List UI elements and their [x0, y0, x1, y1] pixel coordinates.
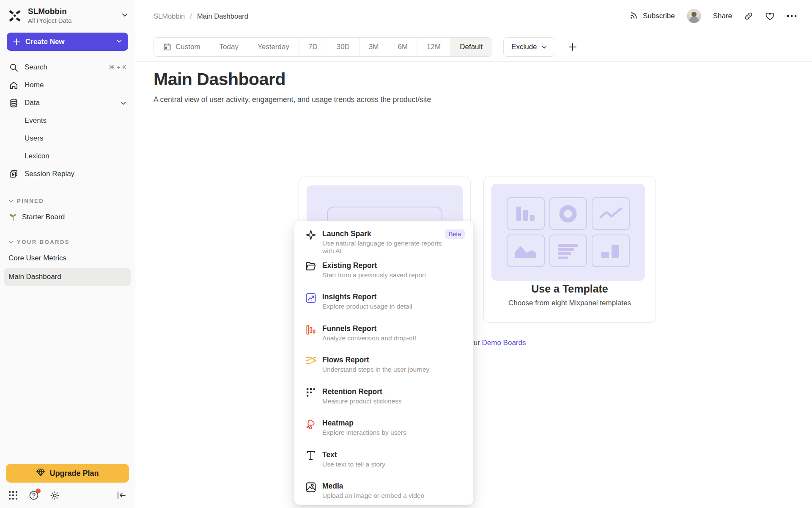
- popover-item-retention-report[interactable]: Retention ReportMeasure product stickine…: [294, 384, 473, 416]
- board-label: Starter Board: [22, 213, 65, 221]
- sidebar-item-lexicon[interactable]: Lexicon: [3, 147, 132, 165]
- date-tab-label: Default: [460, 43, 483, 51]
- date-tab-default[interactable]: Default: [450, 38, 492, 56]
- section-header-pinned[interactable]: PINNED: [0, 192, 135, 207]
- mixpanel-dashboard-page: SLMobbin All Project Data Create New Sea…: [0, 0, 812, 508]
- text-icon: [304, 450, 317, 461]
- date-tab-yesterday[interactable]: Yesterday: [248, 38, 299, 56]
- database-icon: [8, 99, 19, 108]
- settings-gear-icon[interactable]: [50, 491, 60, 500]
- sidebar-item-label: Session Replay: [25, 170, 74, 178]
- sidebar-item-data[interactable]: Data: [3, 94, 132, 112]
- date-tab-label: 7D: [308, 43, 318, 51]
- sidebar-item-label: Home: [25, 81, 44, 89]
- sidebar-footer: Upgrade Plan: [0, 464, 135, 508]
- popover-item-subtitle: Start from a previously saved report: [322, 271, 465, 279]
- add-item-popover: Launch SparkUse natural language to gene…: [294, 221, 474, 505]
- popover-item-title: Existing Report: [322, 260, 465, 271]
- section-header-your-boards[interactable]: YOUR BOARDS: [0, 233, 135, 248]
- breadcrumb-project[interactable]: SLMobbin: [154, 12, 185, 20]
- collapse-sidebar-icon[interactable]: [116, 491, 126, 500]
- home-icon: [8, 81, 19, 90]
- demo-boards-link[interactable]: Demo Boards: [482, 339, 526, 347]
- popover-item-text[interactable]: TextUse text to tell a story: [294, 447, 473, 479]
- sidebar-item-events[interactable]: Events: [3, 112, 132, 130]
- project-switcher[interactable]: SLMobbin All Project Data: [0, 0, 135, 28]
- add-filter-button[interactable]: [568, 42, 577, 52]
- upgrade-plan-button[interactable]: Upgrade Plan: [6, 464, 129, 483]
- mixpanel-logo-icon: [7, 8, 23, 24]
- popover-item-existing-report[interactable]: Existing ReportStart from a previously s…: [294, 258, 473, 290]
- exclude-label: Exclude: [511, 43, 537, 51]
- sidebar-board-main-dashboard[interactable]: Main Dashboard: [4, 268, 131, 286]
- seedling-icon: [8, 213, 18, 221]
- more-options-icon[interactable]: [787, 15, 797, 17]
- sidebar-item-users[interactable]: Users: [3, 130, 132, 147]
- template-card-subtitle: Choose from eight Mixpanel templates: [484, 299, 656, 307]
- page-title: Main Dashboard: [154, 69, 431, 89]
- popover-item-subtitle: Use natural language to generate reports…: [322, 240, 445, 255]
- breadcrumb-page[interactable]: Main Dashboard: [197, 12, 248, 20]
- sidebar-item-label: Data: [25, 99, 40, 107]
- beta-badge: Beta: [445, 229, 465, 239]
- date-tab-label: 3M: [369, 43, 379, 51]
- popover-item-title: Insights Report: [322, 292, 465, 302]
- subscribe-button[interactable]: Subscribe: [630, 11, 675, 22]
- board-label: Main Dashboard: [8, 273, 61, 281]
- sidebar: SLMobbin All Project Data Create New Sea…: [0, 0, 135, 508]
- copy-link-icon[interactable]: [744, 11, 753, 21]
- search-icon: [8, 63, 19, 72]
- popover-item-subtitle: Upload an image or embed a video: [322, 492, 465, 500]
- date-tab-label: 6M: [398, 43, 408, 51]
- popover-item-launch-spark[interactable]: Launch SparkUse natural language to gene…: [294, 226, 473, 258]
- folder-icon: [304, 261, 317, 271]
- media-icon: [304, 482, 317, 493]
- funnels-icon: [304, 324, 317, 335]
- popover-item-flows-report[interactable]: Flows ReportUnderstand steps in the user…: [294, 352, 473, 384]
- page-subtitle: A central view of user activity, engagem…: [154, 95, 431, 104]
- sidebar-item-label: Lexicon: [25, 152, 49, 160]
- exclude-button[interactable]: Exclude: [503, 37, 555, 57]
- sidebar-divider: [0, 189, 135, 189]
- template-tile-lines-chart: [549, 235, 587, 267]
- date-tab-custom[interactable]: Custom: [154, 38, 210, 56]
- breadcrumb-separator: /: [190, 12, 192, 20]
- popover-item-insights-report[interactable]: Insights ReportExplore product usage in …: [294, 289, 473, 321]
- popover-item-subtitle: Measure product stickiness: [322, 398, 465, 405]
- sidebar-board-starter-board[interactable]: Starter Board: [4, 208, 131, 226]
- heatmap-icon: [304, 419, 317, 430]
- date-tab-12m[interactable]: 12M: [417, 38, 450, 56]
- flows-icon: [304, 356, 317, 366]
- sidebar-nav: Search⌘ + KHomeDataEventsUsersLexiconSes…: [0, 57, 135, 185]
- popover-item-subtitle: Understand steps in the user journey: [322, 366, 465, 373]
- popover-item-title: Retention Report: [322, 387, 465, 397]
- date-tab-today[interactable]: Today: [210, 38, 248, 56]
- date-tab-30d[interactable]: 30D: [327, 38, 359, 56]
- date-tab-7d[interactable]: 7D: [299, 38, 327, 56]
- date-tab-3m[interactable]: 3M: [359, 38, 389, 56]
- share-button[interactable]: Share: [713, 12, 732, 20]
- popover-item-subtitle: Analyze conversion and drop-off: [322, 334, 465, 342]
- sidebar-item-label: Search: [25, 63, 47, 72]
- sidebar-board-core-user-metrics[interactable]: Core User Metrics: [4, 249, 131, 267]
- help-icon[interactable]: [29, 490, 39, 500]
- subscribe-label: Subscribe: [643, 12, 675, 20]
- template-tile-bar-chart: [507, 197, 545, 230]
- favorite-heart-icon[interactable]: [765, 12, 775, 21]
- popover-item-media[interactable]: MediaUpload an image or embed a video: [294, 478, 473, 505]
- sidebar-item-home[interactable]: Home: [3, 76, 132, 94]
- popover-item-heatmap[interactable]: HeatmapExplore interactions by users: [294, 415, 473, 447]
- keyboard-shortcut: ⌘ + K: [109, 64, 126, 71]
- chevron-down-icon: [541, 44, 547, 50]
- create-new-button[interactable]: Create New: [7, 33, 128, 51]
- sidebar-item-session-replay[interactable]: Session Replay: [3, 165, 132, 183]
- popover-item-title: Text: [322, 450, 465, 460]
- use-template-card[interactable]: Use a Template Choose from eight Mixpane…: [483, 177, 656, 323]
- page-heading: Main Dashboard A central view of user ac…: [154, 69, 431, 104]
- popover-item-title: Launch Spark: [322, 229, 445, 239]
- user-avatar[interactable]: [687, 9, 701, 23]
- popover-item-funnels-report[interactable]: Funnels ReportAnalyze conversion and dro…: [294, 321, 473, 353]
- apps-grid-icon[interactable]: [8, 491, 18, 500]
- date-tab-6m[interactable]: 6M: [388, 38, 417, 56]
- sidebar-item-search[interactable]: Search⌘ + K: [3, 58, 132, 76]
